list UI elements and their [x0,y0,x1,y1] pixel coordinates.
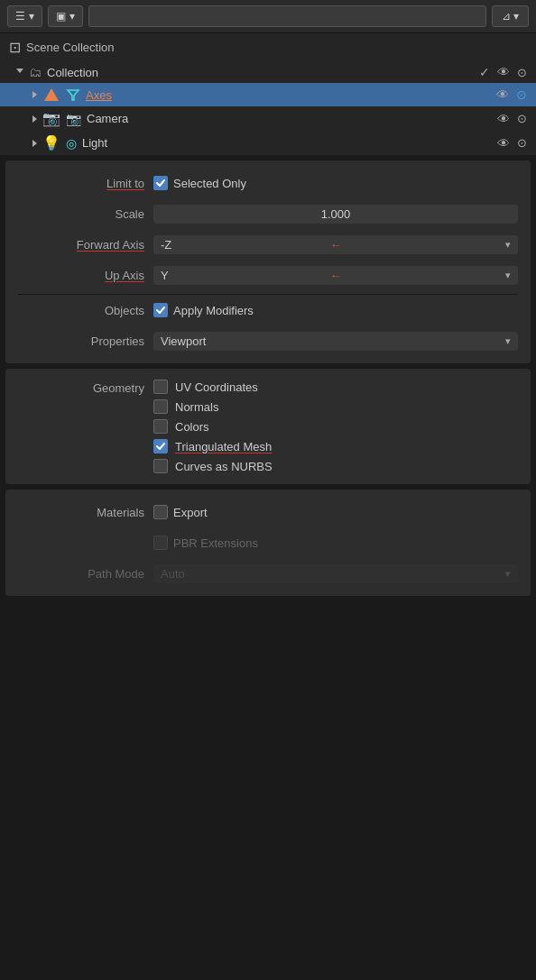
collection-icons: ✓ 👁 ⊙ [479,65,527,79]
path-mode-chevron: ▾ [505,568,511,580]
objects-value: Apply Modifiers [173,304,254,317]
collection-expand-arrow[interactable] [16,69,23,77]
collection-icon: 🗂 [29,65,42,79]
outliner-panel: ⊡ Scene Collection 🗂 Collection ✓ 👁 ⊙ Ax… [0,33,536,155]
objects-checkbox[interactable] [153,303,168,317]
properties-dropdown[interactable]: Viewport ▾ [153,332,518,351]
up-axis-chevron: ▾ [505,270,511,281]
display-dropdown-arrow: ▾ [69,10,75,23]
materials-export-label: Export [173,506,208,519]
axes-label: Axes [86,88,491,102]
objects-row: Objects Apply Modifiers [18,298,518,322]
limit-to-row: Limit to Selected Only [18,171,518,195]
image-icon: ▣ [56,10,66,23]
camera-expand-arrow[interactable] [32,115,37,123]
view-dropdown-arrow: ▾ [29,10,34,23]
toolbar: ☰ ▾ ▣ ▾ ⊿ ▾ [0,0,536,33]
filter-button[interactable]: ⊿ ▾ [492,5,529,27]
properties-chevron: ▾ [505,335,511,347]
light-expand-arrow[interactable] [32,140,37,147]
colors-checkbox[interactable] [153,419,168,434]
collection-camera-icon[interactable]: ⊙ [517,66,527,79]
scale-input[interactable] [153,205,518,224]
properties-row-label: Properties [18,334,153,348]
display-mode-button[interactable]: ▣ ▾ [48,5,83,27]
path-mode-dropdown: Auto ▾ [153,564,518,583]
view-mode-button[interactable]: ☰ ▾ [7,5,42,27]
limit-to-label: Limit to [18,177,153,190]
limit-to-content: Selected Only [153,176,518,190]
properties-row: Properties Viewport ▾ [18,329,518,353]
forward-axis-dropdown[interactable]: -Z ← ▾ [153,235,518,254]
scene-collection-row: ⊡ Scene Collection [0,33,536,61]
scene-collection-icon: ⊡ [9,39,21,56]
limit-to-checkbox[interactable] [153,176,168,190]
properties-value: Viewport [161,334,206,348]
scale-row: Scale [18,202,518,225]
triangulated-mesh-label: Triangulated Mesh [175,440,272,453]
uv-coordinates-row: UV Coordinates [153,380,518,394]
axes-row[interactable]: Axes 👁 ⊙ [0,83,536,106]
camera-row[interactable]: 📷 📷 Camera 👁 ⊙ [0,106,536,131]
axes-render-icon[interactable]: ⊙ [516,87,527,102]
properties-row-content: Viewport ▾ [153,332,518,351]
scale-label: Scale [18,207,153,221]
light-row[interactable]: 💡 ◎ Light 👁 ⊙ [0,131,536,155]
geometry-panel: Geometry UV Coordinates Normals Colors [5,369,531,484]
materials-export-content: Export [153,505,518,519]
triangulated-mesh-row: Triangulated Mesh [153,439,518,453]
normals-checkbox[interactable] [153,399,168,414]
light-eye-icon[interactable]: 👁 [497,136,510,151]
triangulated-mesh-checkbox[interactable] [153,439,168,453]
main-properties-panel: Limit to Selected Only Scale Forward Axi… [5,160,531,363]
scene-collection-label: Scene Collection [26,41,115,54]
normals-label: Normals [175,400,218,414]
colors-row: Colors [153,419,518,434]
forward-axis-label: Forward Axis [18,238,153,252]
camera-eye-icon[interactable]: 👁 [497,112,510,126]
pbr-row: PBR Extensions [18,531,518,554]
camera-badge-icon: 📷 [66,112,81,126]
collection-label: Collection [47,66,474,79]
list-icon: ☰ [15,10,25,23]
materials-panel: Materials Export PBR Extensions Path Mod… [5,490,531,596]
objects-content: Apply Modifiers [153,303,518,317]
axes-expand-arrow[interactable] [32,91,37,98]
collection-row[interactable]: 🗂 Collection ✓ 👁 ⊙ [0,61,536,83]
materials-export-checkbox[interactable] [153,505,168,519]
camera-label: Camera [87,112,492,125]
forward-axis-red-arrow: ← [330,238,342,252]
uv-coordinates-label: UV Coordinates [175,380,258,394]
geometry-options: UV Coordinates Normals Colors Triangulat… [153,380,518,473]
path-mode-content: Auto ▾ [153,564,518,583]
curves-as-nurbs-checkbox[interactable] [153,459,168,473]
pbr-checkbox [153,536,168,550]
axes-filter-icon [66,87,80,102]
uv-coordinates-checkbox[interactable] [153,380,168,394]
filter-icon: ⊿ ▾ [502,10,519,23]
forward-axis-value: -Z [161,238,325,252]
scale-content [153,205,518,224]
camera-render-icon[interactable]: ⊙ [517,112,527,125]
objects-label: Objects [18,304,153,317]
light-render-icon[interactable]: ⊙ [517,136,527,150]
light-icon: 💡 [42,134,60,151]
path-mode-label: Path Mode [18,567,153,581]
up-axis-red-arrow: ← [330,269,342,282]
light-label: Light [82,136,492,150]
forward-axis-chevron: ▾ [505,239,511,251]
axes-icon [42,87,60,103]
up-axis-content: Y ← ▾ [153,266,518,285]
forward-axis-content: -Z ← ▾ [153,235,518,254]
collection-eye-icon[interactable]: 👁 [497,65,510,79]
collection-check-icon[interactable]: ✓ [479,65,490,79]
up-axis-label: Up Axis [18,269,153,282]
forward-axis-row: Forward Axis -Z ← ▾ [18,233,518,256]
up-axis-dropdown[interactable]: Y ← ▾ [153,266,518,285]
axes-icons: 👁 ⊙ [496,87,527,102]
materials-row: Materials Export [18,500,518,524]
axes-eye-icon[interactable]: 👁 [496,87,509,102]
up-axis-row: Up Axis Y ← ▾ [18,263,518,287]
search-input[interactable] [88,5,486,27]
materials-label: Materials [18,506,153,519]
